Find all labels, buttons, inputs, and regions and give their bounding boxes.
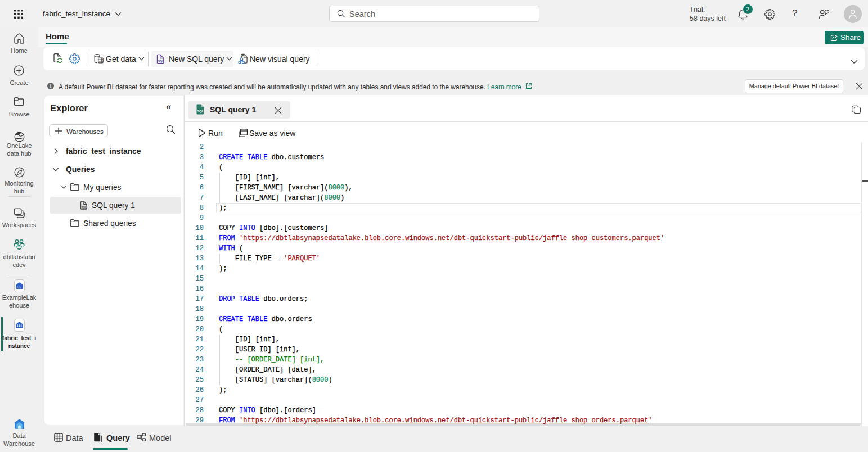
svg-text:SQL: SQL — [197, 110, 204, 113]
svg-text:SQL: SQL — [81, 206, 87, 209]
svg-text:SQL: SQL — [158, 60, 164, 63]
